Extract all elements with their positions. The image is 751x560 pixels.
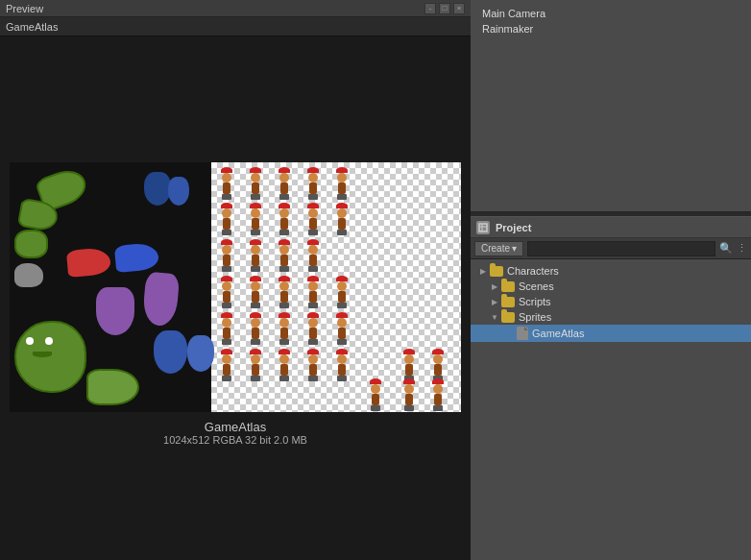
zombie-19 <box>336 276 348 308</box>
tree-label-characters: Characters <box>507 265 559 277</box>
atlas-name-label: GameAtlas <box>163 420 307 434</box>
create-label: Create <box>481 243 510 254</box>
tree-arrow-sprites: ▼ <box>490 312 499 322</box>
maximize-button[interactable]: □ <box>439 3 450 14</box>
preview-panel: Preview - □ × GameAtlas <box>0 0 471 560</box>
project-icon <box>476 221 490 234</box>
tree-item-scenes[interactable]: ▶ Scenes <box>471 279 751 294</box>
hierarchy-item-main-camera[interactable]: Main Camera <box>471 6 751 21</box>
zombie-7 <box>250 203 261 235</box>
sprite-hand-blue-2 <box>168 177 189 206</box>
zombie-sprites-area <box>211 162 461 412</box>
tree-label-sprites: Sprites <box>519 311 551 323</box>
project-toolbar: Create ▾ 🔍 ⋮ <box>471 238 751 259</box>
gameatlas-bar: GameAtlas <box>0 17 471 37</box>
tree-arrow-characters: ▶ <box>478 266 488 276</box>
right-panel: Main Camera Rainmaker Project Create ▾ <box>471 0 751 560</box>
zombie-24 <box>336 312 348 345</box>
options-icon[interactable]: ⋮ <box>737 242 747 255</box>
close-button[interactable]: × <box>453 3 465 14</box>
zombie-2 <box>250 167 261 200</box>
create-button[interactable]: Create ▾ <box>474 241 523 256</box>
zombie-13 <box>279 239 290 272</box>
zombie-25 <box>221 349 232 381</box>
zombie-6 <box>221 203 232 235</box>
zombie-29 <box>336 349 348 381</box>
left-sprite-parts <box>10 162 211 412</box>
file-icon-gameatlas <box>517 327 528 340</box>
zombie-8 <box>279 203 290 235</box>
sprite-hand-1 <box>14 230 48 258</box>
sprite-hand-blue-4 <box>187 335 214 372</box>
gameatlas-label: GameAtlas <box>6 21 58 33</box>
zombie-18 <box>307 276 319 308</box>
sprite-hand-blue-3 <box>154 330 187 374</box>
zombie-14 <box>307 239 319 272</box>
zombie-21 <box>250 312 261 345</box>
project-title: Project <box>496 222 531 233</box>
zombie-9 <box>307 203 319 235</box>
zombie-23 <box>307 312 319 345</box>
zombie-30 <box>403 349 415 381</box>
tree-item-sprites[interactable]: ▼ Sprites <box>471 309 751 325</box>
project-section: Project Create ▾ 🔍 ⋮ ▶ Characters ▶ <box>471 217 751 560</box>
folder-icon-sprites <box>501 312 515 323</box>
sprite-leg-purple-1 <box>96 287 134 335</box>
folder-icon-characters <box>490 266 503 277</box>
project-header: Project <box>471 217 751 238</box>
zombie-34 <box>370 378 381 411</box>
tree-item-characters[interactable]: ▶ Characters <box>471 263 751 279</box>
preview-controls: - □ × <box>424 3 465 14</box>
sprite-fist <box>14 263 43 287</box>
zombie-33 <box>432 378 444 411</box>
zombie-head <box>14 321 86 393</box>
minimize-button[interactable]: - <box>424 3 436 14</box>
zombie-5 <box>336 167 348 200</box>
zombie-15 <box>221 276 232 308</box>
tree-label-gameatlas: GameAtlas <box>532 328 584 339</box>
zombie-31 <box>432 349 444 381</box>
project-search[interactable] <box>527 241 715 256</box>
zombie-12 <box>250 239 261 272</box>
folder-icon-scripts <box>501 297 515 307</box>
zombie-26 <box>250 349 261 381</box>
zombie-17 <box>279 276 290 308</box>
tree-item-gameatlas[interactable]: ▶ GameAtlas <box>471 325 751 342</box>
project-tree: ▶ Characters ▶ Scenes ▶ Scripts ▼ Sprite… <box>471 259 751 560</box>
preview-canvas: GameAtlas 1024x512 RGBA 32 bit 2.0 MB <box>0 37 471 560</box>
tree-label-scripts: Scripts <box>519 296 551 307</box>
tree-item-scripts[interactable]: ▶ Scripts <box>471 294 751 309</box>
zombie-11 <box>221 239 232 272</box>
svg-rect-0 <box>479 224 487 231</box>
search-icon: 🔍 <box>719 242 733 255</box>
sprite-shoe-blue <box>114 242 159 273</box>
zombie-1 <box>221 167 232 200</box>
folder-icon-scenes <box>501 281 515 292</box>
create-arrow: ▾ <box>512 243 517 254</box>
preview-info: GameAtlas 1024x512 RGBA 32 bit 2.0 MB <box>156 412 315 453</box>
sprite-arm-3 <box>86 369 139 405</box>
atlas-info-label: 1024x512 RGBA 32 bit 2.0 MB <box>163 434 307 446</box>
tree-arrow-scripts: ▶ <box>490 297 499 306</box>
tree-label-scenes: Scenes <box>519 280 554 292</box>
hierarchy-item-rainmaker[interactable]: Rainmaker <box>471 21 751 37</box>
zombie-22 <box>279 312 290 345</box>
zombie-3 <box>279 167 290 200</box>
zombie-28 <box>307 349 319 381</box>
preview-header: Preview - □ × <box>0 0 471 17</box>
hierarchy-section: Main Camera Rainmaker <box>471 0 751 211</box>
zombie-20 <box>221 312 232 345</box>
zombie-27 <box>279 349 290 381</box>
zombie-16 <box>250 276 261 308</box>
zombie-4 <box>307 167 319 200</box>
sprite-shoe-red <box>66 247 111 278</box>
sprite-leg-purple-2 <box>142 272 181 328</box>
tree-arrow-scenes: ▶ <box>490 281 499 291</box>
sprite-hand-blue-1 <box>144 172 171 206</box>
zombie-10 <box>336 203 348 235</box>
sprite-container <box>10 162 461 412</box>
zombie-32 <box>403 378 415 411</box>
preview-title: Preview <box>6 3 43 14</box>
